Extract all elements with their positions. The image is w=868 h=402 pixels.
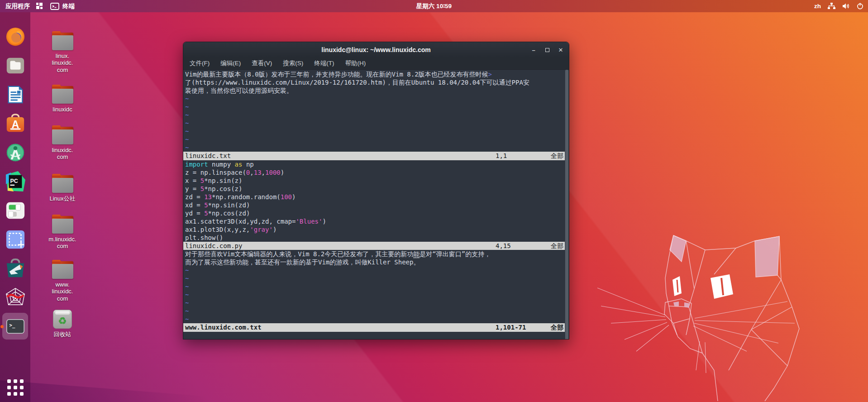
trash-icon: ♻: [53, 310, 72, 329]
terminal-line: y = 5*np.cos(z): [183, 185, 569, 193]
power-icon[interactable]: [857, 3, 863, 10]
desktop-icon-area: linux. linuxidc. comlinuxidclinuxidc. co…: [44, 12, 81, 402]
window-grid-icon[interactable]: [36, 3, 44, 10]
show-applications-button[interactable]: [7, 379, 24, 396]
title-bar[interactable]: linuxidc@linux: ~/www.linuxidc.com – ✕: [183, 42, 569, 57]
vim-statusline-linuxidc.com.py: linuxidc.com.py4,15全部: [183, 242, 569, 250]
desktop-icon-linux-linuxidc-com[interactable]: linux. linuxidc. com: [44, 33, 81, 73]
dock-item-terminal[interactable]: >_: [0, 316, 30, 337]
terminal-line: ~: [183, 135, 569, 144]
top-bar: 应用程序 终端 星期六 10∶59 zh: [0, 0, 868, 12]
wallpaper-cat-art: [597, 234, 851, 402]
dock-item-firefox[interactable]: [0, 26, 30, 47]
files-icon: [5, 55, 26, 76]
window-title: linuxidc@linux: ~/www.linuxidc.com: [321, 46, 430, 53]
dock-item-ubuntu-software[interactable]: A: [0, 113, 30, 134]
web-spider-icon: [5, 287, 26, 308]
statusline-filename: www.linuxidc.com.txt: [185, 324, 262, 331]
app-menu-label: 终端: [62, 2, 75, 10]
desktop-icon-linuxidc-com[interactable]: linuxidc. com: [44, 127, 81, 161]
menu-item-help[interactable]: 帮助(H): [345, 59, 366, 67]
desktop-icon-linuxidc[interactable]: linuxidc: [44, 86, 81, 113]
folder-icon: [52, 175, 73, 193]
maximize-button[interactable]: [544, 46, 551, 53]
dock-item-tweaks[interactable]: [0, 200, 30, 221]
statusline-filename: linuxidc.txt: [185, 152, 231, 159]
folder-icon: [52, 216, 73, 234]
libreoffice-writer-icon: [5, 84, 26, 105]
menu-item-edit[interactable]: 编辑(E): [220, 59, 241, 67]
desktop-icon-www-linuxidc-com[interactable]: www. linuxidc. com: [44, 261, 81, 302]
wallpaper-shadow: [0, 375, 281, 402]
running-indicator: [0, 325, 4, 328]
dock-item-app-bag[interactable]: [0, 258, 30, 279]
menu-item-terminal[interactable]: 终端(T): [314, 59, 334, 67]
terminal-line: 装使用，当然你也可以使用源码安装。: [183, 86, 569, 95]
desktop-icon-label: www. linuxidc. com: [52, 281, 73, 302]
keyboard-layout-indicator[interactable]: zh: [814, 3, 821, 10]
statusline-scroll-indicator: 全部: [551, 152, 563, 160]
scrollbar-thumb[interactable]: [565, 70, 568, 340]
tweaks-icon: [5, 200, 26, 221]
terminal-window: linuxidc@linux: ~/www.linuxidc.com – ✕ 文…: [183, 42, 569, 340]
svg-text:>_: >_: [9, 322, 15, 328]
dock-item-pycharm[interactable]: PC: [0, 171, 30, 192]
terminal-line: ~: [183, 119, 569, 127]
pycharm-icon: PC: [5, 171, 26, 192]
terminal-line: ax1.scatter3D(xd,yd,zd, cmap='Blues'): [183, 217, 569, 225]
terminal-line: ax1.plot3D(x,y,z,'gray'): [183, 225, 569, 234]
terminal-body[interactable]: Vim的最新主要版本（8.0版）发布于三年前，并支持异步功能。现在新的Vim 8…: [183, 70, 569, 340]
scrollbar[interactable]: [565, 70, 569, 340]
applications-menu-label: 应用程序: [5, 2, 30, 10]
screenshot-icon: [5, 229, 26, 250]
terminal-line: ~: [183, 111, 569, 119]
terminal-line: ~: [183, 95, 569, 103]
terminal-line: ~: [183, 274, 569, 282]
terminal-line: 了(https://www.linuxidc.com/Linux/2019-12…: [183, 78, 569, 86]
terminal-rows: Vim的最新主要版本（8.0版）发布于三年前，并支持异步功能。现在新的Vim 8…: [183, 70, 569, 340]
folder-icon: [52, 86, 73, 104]
vim-statusline-linuxidc.txt: linuxidc.txt1,1全部: [183, 152, 569, 160]
terminal-line: ~: [183, 307, 569, 315]
firefox-icon: [5, 26, 26, 47]
statusline-cursor-position: 1,101-71: [496, 323, 526, 331]
dock-items: APC>_: [0, 12, 30, 337]
ubuntu-software-icon: A: [5, 113, 26, 134]
terminal-line: ~: [183, 291, 569, 299]
svg-text:PC: PC: [10, 177, 18, 184]
terminal-line: ~: [183, 282, 569, 291]
terminal-line: plt.show(): [183, 234, 569, 242]
app-menu-terminal[interactable]: 终端: [50, 2, 75, 10]
desktop-icon-m-linuxidc-com[interactable]: m.linuxidc. com: [44, 216, 81, 250]
close-button[interactable]: ✕: [557, 46, 564, 53]
vim-statusline-www.linuxidc.com.txt: www.linuxidc.com.txt1,101-71全部: [183, 323, 569, 331]
clock-label: 星期六 10∶59: [416, 2, 452, 10]
menu-item-view[interactable]: 查看(V): [252, 59, 272, 67]
desktop-icon-trash[interactable]: ♻回收站: [44, 310, 81, 338]
terminal-line: yd = 5*np.cos(zd): [183, 209, 569, 217]
desktop-icon-label: linuxidc. com: [52, 147, 73, 161]
statusline-scroll-indicator: 全部: [551, 323, 563, 331]
dock-item-screenshot[interactable]: [0, 229, 30, 250]
vim-cursor: 能: [413, 250, 420, 258]
volume-icon[interactable]: [842, 3, 850, 10]
terminal-line: [183, 332, 569, 340]
dock-item-files[interactable]: [0, 55, 30, 76]
clock[interactable]: 星期六 10∶59: [416, 2, 452, 10]
terminal-line: x = 5*np.sin(z): [183, 177, 569, 185]
applications-menu[interactable]: 应用程序: [5, 2, 30, 10]
menu-item-search[interactable]: 搜索(S): [283, 59, 303, 67]
desktop-icon-linux-gongshe[interactable]: Linux公社: [44, 175, 81, 202]
menu-item-file[interactable]: 文件(F): [190, 59, 210, 67]
minimize-button[interactable]: –: [530, 46, 537, 53]
network-icon[interactable]: [828, 3, 835, 10]
dock-item-libreoffice-writer[interactable]: [0, 84, 30, 105]
terminal-line: z = np.linspace(0,13,1000): [183, 168, 569, 177]
desktop-icon-label: linux. linuxidc. com: [52, 53, 73, 73]
dock-item-android-studio[interactable]: [0, 142, 30, 163]
dock-item-web-spider[interactable]: [0, 287, 30, 308]
statusline-scroll-indicator: 全部: [551, 242, 563, 250]
terminal-line: ~: [183, 299, 569, 307]
terminal-line: ~: [183, 144, 569, 152]
terminal-line: ~: [183, 315, 569, 323]
